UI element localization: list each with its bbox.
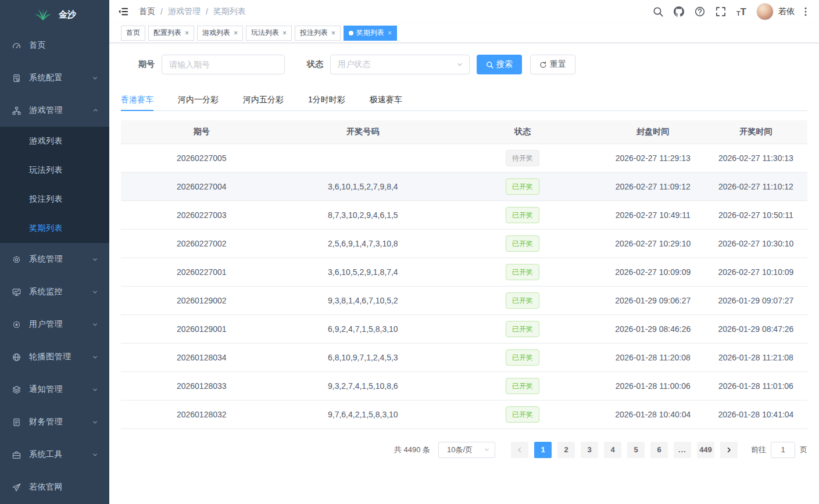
close-icon[interactable]: × [282,30,287,37]
sidebar-item[interactable]: 游戏管理 [0,94,109,127]
sidebar-item[interactable]: 首页 [0,29,109,62]
period-input[interactable] [162,55,285,74]
tab-label: 玩法列表 [251,28,279,38]
chevron-down-icon [92,451,99,458]
help-icon[interactable] [695,6,705,17]
page-button[interactable]: 4 [604,442,621,458]
tab-item[interactable]: 奖期列表 × [344,26,397,41]
sidebar-item-label: 用户管理 [29,319,92,330]
tab-label: 奖期列表 [356,28,384,38]
page-button[interactable]: 6 [650,442,668,458]
sidebar-item[interactable]: 系统管理 [0,243,109,276]
breadcrumb-item: 游戏管理 [168,6,201,17]
sidebar-item[interactable]: 系统工具 [0,438,109,471]
tab-item[interactable]: 玩法列表 × [246,26,292,41]
chevron-down-icon [92,256,99,263]
page-button[interactable]: 3 [581,442,598,458]
reset-button[interactable]: 重置 [530,55,575,74]
status-badge: 已开奖 [506,178,539,195]
tab-item[interactable]: 游戏列表 × [197,26,243,41]
column-header: 封盘时间 [602,120,704,144]
game-tab[interactable]: 1分时时彩 [308,88,345,110]
page-button[interactable]: 1 [534,442,552,458]
prev-page-button[interactable] [511,442,528,458]
sidebar-item-label: 通知管理 [29,384,92,395]
close-icon[interactable]: × [185,30,189,37]
sidebar-item[interactable]: 通知管理 [0,373,109,406]
more-dots-icon[interactable] [800,6,811,17]
cell-status: 已开奖 [444,258,602,286]
cell-draw-time: 2026-01-29 09:07:27 [704,286,807,314]
globe-icon [12,352,21,362]
avatar[interactable] [756,3,774,20]
pager-ellipsis[interactable]: ... [674,442,691,458]
sidebar-subitem[interactable]: 玩法列表 [0,156,109,185]
sidebar-item[interactable]: 系统配置 [0,62,109,94]
chevron-down-icon [92,74,99,81]
table-row: 20260227001 3,6,10,5,2,9,1,8,7,4 已开奖 202… [121,258,807,286]
chevron-left-icon [516,446,523,453]
sidebar-subitem[interactable]: 投注列表 [0,185,109,214]
plant-logo-icon [33,7,53,22]
search-button[interactable]: 搜索 [477,55,522,74]
cell-numbers: 9,7,6,4,2,1,5,8,3,10 [282,400,444,428]
sidebar-subitem[interactable]: 游戏列表 [0,127,109,156]
goto-page-input[interactable] [771,442,795,458]
game-tab[interactable]: 香港赛车 [121,88,153,110]
sidebar-menu: 首页 系统配置 游戏管理 游戏列表玩法列表投注列表奖期列表 系统管理 系统监控 … [0,29,109,504]
navbar-right: TT 若依 [648,3,813,20]
breadcrumb-separator: / [206,7,208,16]
cell-close-time: 2026-02-27 10:29:10 [602,229,704,258]
gear-icon [12,255,21,264]
cell-period: 20260129001 [121,314,282,343]
logo[interactable]: 金沙 [0,0,109,29]
tab-item[interactable]: 配置列表 × [148,26,194,41]
cell-close-time: 2026-01-28 10:40:04 [602,400,704,428]
table-row: 20260129002 9,3,8,1,4,6,7,10,5,2 已开奖 202… [121,286,807,314]
page-button[interactable]: 449 [697,442,714,458]
menu-fold-icon[interactable] [118,6,130,17]
status-select[interactable]: 用户状态 [330,55,470,74]
status-badge: 已开奖 [506,378,539,394]
cell-numbers: 6,8,10,9,7,1,2,4,5,3 [282,343,444,371]
breadcrumb-home[interactable]: 首页 [139,6,155,17]
chevron-down-icon [92,419,99,426]
cell-close-time: 2026-02-27 10:49:11 [602,201,704,229]
pagination: 共 4490 条 10条/页 123456...449 前往 页 [121,442,807,458]
sidebar-item[interactable]: 轮播图管理 [0,341,109,373]
sidebar-item[interactable]: 用户管理 [0,308,109,341]
paper-plane-icon [12,482,21,492]
next-page-button[interactable] [720,442,738,458]
cell-status: 已开奖 [444,229,602,258]
sidebar-item[interactable]: 财务管理 [0,406,109,438]
tab-item[interactable]: 投注列表 × [295,26,341,41]
sidebar-item[interactable]: 系统监控 [0,276,109,308]
cell-status: 已开奖 [444,371,602,400]
close-icon[interactable]: × [234,30,238,37]
username[interactable]: 若依 [778,6,795,17]
page-size-select[interactable]: 10条/页 [438,442,495,458]
page-button[interactable]: 2 [557,442,575,458]
github-icon[interactable] [674,6,684,17]
document-config-icon [12,73,21,83]
close-icon[interactable]: × [388,30,392,37]
game-tab[interactable]: 河内一分彩 [178,88,219,110]
page-button[interactable]: 5 [627,442,645,458]
game-tab[interactable]: 河内五分彩 [243,88,284,110]
sidebar-item[interactable]: 若依官网 [0,471,109,503]
fullscreen-icon[interactable] [716,6,726,17]
chevron-up-icon [92,107,99,114]
status-badge: 已开奖 [506,264,539,280]
close-icon[interactable]: × [331,30,335,37]
sidebar-subitem[interactable]: 奖期列表 [0,214,109,243]
chevron-down-icon [92,321,99,328]
cell-numbers: 3,6,10,5,2,9,1,8,7,4 [282,258,444,286]
game-tab[interactable]: 极速赛车 [370,88,402,110]
table-row: 20260128032 9,7,6,4,2,1,5,8,3,10 已开奖 202… [121,400,807,428]
toolbox-icon [12,450,21,459]
cell-period: 20260129002 [121,286,282,314]
tab-item[interactable]: 首页 [121,26,145,41]
search-icon[interactable] [653,6,663,17]
table-row: 20260227005 待开奖 2026-02-27 11:29:13 2026… [121,144,807,172]
font-size-icon[interactable]: TT [736,7,746,17]
